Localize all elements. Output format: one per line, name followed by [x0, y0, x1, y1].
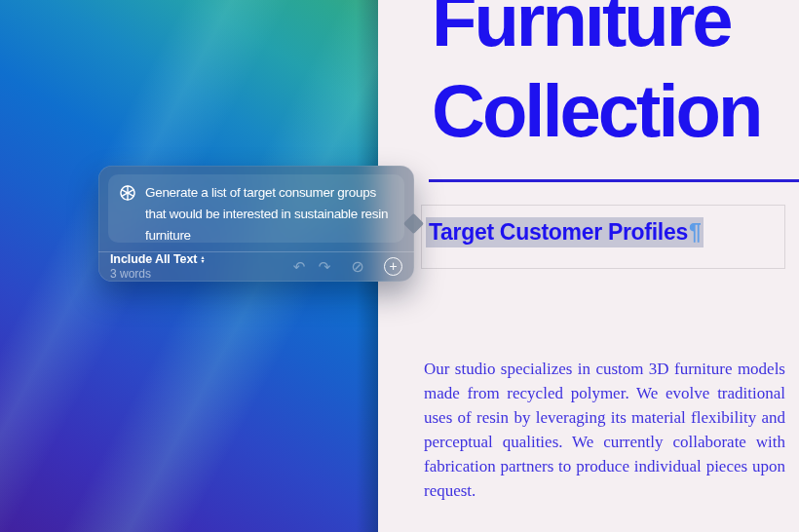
ai-assistant-popup[interactable]: Generate a list of target consumer group…: [98, 166, 414, 282]
pilcrow-mark: ¶: [689, 217, 704, 247]
retry-icon[interactable]: ⊘: [347, 257, 368, 276]
page-title-line-1: Furniture: [432, 0, 799, 65]
add-icon[interactable]: +: [384, 257, 402, 276]
chevron-up-down-icon: ▴▾: [201, 255, 204, 264]
undo-icon[interactable]: ↶: [288, 258, 310, 276]
popup-footer: Include All Text ▴▾ 3 words ↶ ↷ ⊘ +: [110, 255, 402, 278]
prompt-bubble[interactable]: Generate a list of target consumer group…: [108, 174, 404, 243]
openai-logo-icon: [119, 184, 136, 202]
redo-icon[interactable]: ↷: [314, 258, 335, 276]
prompt-text: Generate a list of target consumer group…: [145, 182, 394, 247]
selected-text[interactable]: Target Customer Profiles: [426, 217, 689, 247]
page-title-line-2: Collection: [432, 65, 799, 156]
scope-label[interactable]: Include All Text: [110, 252, 197, 266]
heading-text-frame[interactable]: Target Customer Profiles¶: [421, 205, 785, 269]
word-count: 3 words: [110, 267, 204, 281]
scope-selector[interactable]: Include All Text ▴▾ 3 words: [110, 252, 204, 281]
page-title[interactable]: FurnitureCollection: [432, 0, 799, 156]
document-page: FurnitureCollection Target Customer Prof…: [378, 0, 799, 532]
body-paragraph[interactable]: Our studio specializes in custom 3D furn…: [424, 357, 785, 503]
section-heading[interactable]: Target Customer Profiles¶: [426, 216, 704, 248]
action-buttons: ↶ ↷ ⊘ +: [288, 257, 402, 276]
section-divider: [429, 179, 799, 182]
